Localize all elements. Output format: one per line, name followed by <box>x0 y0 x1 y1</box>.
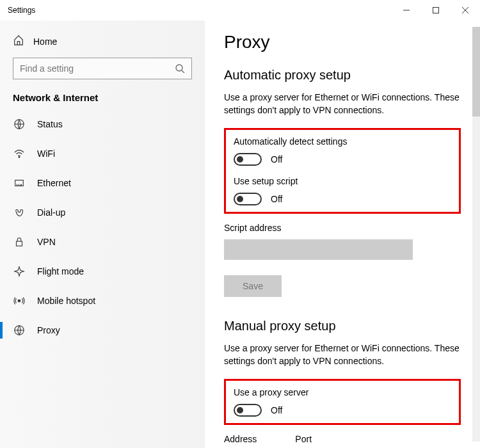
home-link[interactable]: Home <box>0 32 205 58</box>
sidebar-item-label: VPN <box>37 237 56 247</box>
sidebar-item-dialup[interactable]: Dial-up <box>0 198 205 227</box>
sidebar-item-hotspot[interactable]: Mobile hotspot <box>0 286 205 316</box>
page-title: Proxy <box>224 32 461 52</box>
use-proxy-label: Use a proxy server <box>234 387 451 397</box>
auto-description: Use a proxy server for Ethernet or WiFi … <box>224 92 461 116</box>
script-address-label: Script address <box>224 223 461 233</box>
sidebar-item-label: Ethernet <box>37 178 71 188</box>
sidebar-item-label: Proxy <box>37 325 60 335</box>
svg-rect-9 <box>15 180 24 186</box>
svg-rect-14 <box>17 241 22 246</box>
script-toggle[interactable] <box>234 193 262 205</box>
detect-toggle[interactable] <box>234 153 262 166</box>
highlight-auto: Automatically detect settings Off Use se… <box>224 128 461 214</box>
status-icon <box>13 118 26 130</box>
window-title: Settings <box>8 6 35 15</box>
ethernet-icon <box>13 177 26 189</box>
close-button[interactable] <box>451 0 480 20</box>
sidebar-item-ethernet[interactable]: Ethernet <box>0 168 205 198</box>
wifi-icon <box>13 148 26 159</box>
sidebar-item-vpn[interactable]: VPN <box>0 227 205 257</box>
detect-state: Off <box>271 154 282 164</box>
sidebar-item-label: Status <box>37 119 63 129</box>
script-state: Off <box>271 194 282 204</box>
search-icon <box>175 63 185 76</box>
use-proxy-toggle[interactable] <box>234 404 262 417</box>
svg-point-15 <box>18 300 20 302</box>
detect-label: Automatically detect settings <box>234 136 451 147</box>
highlight-manual: Use a proxy server Off <box>224 379 461 425</box>
sidebar-section-title: Network & Internet <box>0 92 205 109</box>
manual-description: Use a proxy server for Ethernet or WiFi … <box>224 342 461 367</box>
search-box[interactable] <box>13 58 192 79</box>
svg-line-5 <box>182 70 184 73</box>
proxy-icon <box>13 324 26 336</box>
window-controls <box>392 0 480 20</box>
port-label: Port <box>295 434 312 444</box>
sidebar-item-wifi[interactable]: WiFi <box>0 139 205 168</box>
svg-rect-1 <box>433 8 439 13</box>
script-address-input <box>224 239 413 260</box>
svg-point-4 <box>176 65 182 71</box>
dialup-icon <box>13 207 26 218</box>
scrollbar[interactable] <box>472 27 480 442</box>
sidebar-item-label: Dial-up <box>37 207 65 218</box>
use-proxy-state: Off <box>271 405 282 415</box>
sidebar-item-label: WiFi <box>37 148 55 159</box>
scroll-thumb[interactable] <box>472 27 480 116</box>
sidebar-item-label: Mobile hotspot <box>37 296 95 306</box>
main-content: Proxy Automatic proxy setup Use a proxy … <box>205 20 480 448</box>
hotspot-icon <box>13 295 26 307</box>
sidebar-item-proxy[interactable]: Proxy <box>0 316 205 345</box>
sidebar-item-status[interactable]: Status <box>0 109 205 139</box>
sidebar-item-flight[interactable]: Flight mode <box>0 257 205 286</box>
sidebar: Home Network & Internet Status WiFi Ethe… <box>0 20 205 448</box>
svg-point-8 <box>19 157 20 158</box>
search-input[interactable] <box>13 63 191 74</box>
minimize-button[interactable] <box>392 0 421 20</box>
maximize-button[interactable] <box>421 0 451 20</box>
vpn-icon <box>13 236 26 248</box>
home-icon <box>13 35 24 49</box>
home-label: Home <box>33 36 57 47</box>
script-label: Use setup script <box>234 176 451 186</box>
address-label: Address <box>224 434 257 444</box>
save-button: Save <box>224 275 282 297</box>
sidebar-item-label: Flight mode <box>37 266 84 276</box>
airplane-icon <box>13 266 26 277</box>
auto-heading: Automatic proxy setup <box>224 68 461 83</box>
manual-heading: Manual proxy setup <box>224 319 461 333</box>
